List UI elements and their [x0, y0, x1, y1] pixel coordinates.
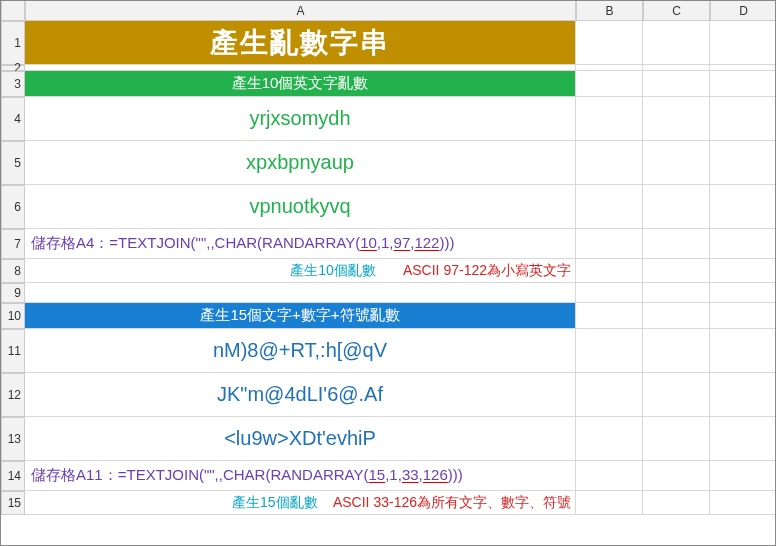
- cell-A9[interactable]: [25, 283, 576, 303]
- row-header-9[interactable]: 9: [1, 283, 25, 303]
- cell-B10[interactable]: [576, 303, 643, 329]
- cell-A8-notes[interactable]: 產生10個亂數 ASCII 97-122為小寫英文字: [25, 259, 576, 283]
- cell-A7-formula[interactable]: 儲存格A4：=TEXTJOIN("",,CHAR(RANDARRAY(10,1,…: [25, 229, 576, 259]
- cell-B13[interactable]: [576, 417, 643, 461]
- cell-D4[interactable]: [710, 97, 776, 141]
- cell-B4[interactable]: [576, 97, 643, 141]
- cell-A6[interactable]: vpnuotkyvq: [25, 185, 576, 229]
- row-header-7[interactable]: 7: [1, 229, 25, 259]
- cell-A5[interactable]: xpxbpnyaup: [25, 141, 576, 185]
- cell-C5[interactable]: [643, 141, 710, 185]
- row-header-10[interactable]: 10: [1, 303, 25, 329]
- formula1-count: 10: [360, 234, 377, 251]
- formula1-hi: 122: [414, 234, 439, 251]
- cell-D13[interactable]: [710, 417, 776, 461]
- cell-D6[interactable]: [710, 185, 776, 229]
- title-banner[interactable]: 產生亂數字串: [25, 21, 576, 65]
- col-header-D[interactable]: D: [710, 1, 776, 21]
- cell-B6[interactable]: [576, 185, 643, 229]
- cell-D14[interactable]: [710, 461, 776, 491]
- cell-C4[interactable]: [643, 97, 710, 141]
- cell-C14[interactable]: [643, 461, 710, 491]
- row-header-5[interactable]: 5: [1, 141, 25, 185]
- row-header-12[interactable]: 12: [1, 373, 25, 417]
- cell-D5[interactable]: [710, 141, 776, 185]
- cell-A12[interactable]: JK"m@4dLI'6@.Af: [25, 373, 576, 417]
- cell-C11[interactable]: [643, 329, 710, 373]
- cell-C12[interactable]: [643, 373, 710, 417]
- note2-right: ASCII 33-126為所有文字、數字、符號: [333, 494, 571, 512]
- row-header-4[interactable]: 4: [1, 97, 25, 141]
- cell-D3[interactable]: [710, 71, 776, 97]
- row-header-14[interactable]: 14: [1, 461, 25, 491]
- cell-C9[interactable]: [643, 283, 710, 303]
- cell-D8[interactable]: [710, 259, 776, 283]
- cell-C8[interactable]: [643, 259, 710, 283]
- row-header-15[interactable]: 15: [1, 491, 25, 515]
- note1-left: 產生10個亂數: [290, 262, 376, 280]
- formula1-lo: 97: [394, 234, 411, 251]
- cell-C3[interactable]: [643, 71, 710, 97]
- formula1-prefix: 儲存格A4：: [31, 234, 109, 251]
- cell-D1[interactable]: [710, 21, 776, 65]
- cell-B5[interactable]: [576, 141, 643, 185]
- cell-A15-notes[interactable]: 產生15個亂數 ASCII 33-126為所有文字、數字、符號: [25, 491, 576, 515]
- cell-B12[interactable]: [576, 373, 643, 417]
- cell-D11[interactable]: [710, 329, 776, 373]
- formula2-count: 15: [369, 466, 386, 483]
- cell-D10[interactable]: [710, 303, 776, 329]
- row-header-3[interactable]: 3: [1, 71, 25, 97]
- section1-header[interactable]: 產生10個英文字亂數: [25, 71, 576, 97]
- row-header-6[interactable]: 6: [1, 185, 25, 229]
- cell-B11[interactable]: [576, 329, 643, 373]
- formula2-body: =TEXTJOIN("",,CHAR(RANDARRAY(: [118, 466, 369, 483]
- spreadsheet-grid[interactable]: A B C D 1 產生亂數字串 2 3 產生10個英文字亂數 4 yrjxso…: [1, 1, 776, 515]
- cell-A11[interactable]: nM)8@+RT,:h[@qV: [25, 329, 576, 373]
- cell-B9[interactable]: [576, 283, 643, 303]
- cell-C6[interactable]: [643, 185, 710, 229]
- cell-C13[interactable]: [643, 417, 710, 461]
- cell-C1[interactable]: [643, 21, 710, 65]
- col-header-B[interactable]: B: [576, 1, 643, 21]
- cell-B14[interactable]: [576, 461, 643, 491]
- cell-B7[interactable]: [576, 229, 643, 259]
- formula2-hi: 126: [423, 466, 448, 483]
- formula2-prefix: 儲存格A11：: [31, 466, 118, 483]
- cell-B15[interactable]: [576, 491, 643, 515]
- note2-left: 產生15個亂數: [232, 494, 318, 512]
- cell-B8[interactable]: [576, 259, 643, 283]
- cell-A14-formula[interactable]: 儲存格A11：=TEXTJOIN("",,CHAR(RANDARRAY(15,1…: [25, 461, 576, 491]
- row-header-1[interactable]: 1: [1, 21, 25, 65]
- formula2-lo: 33: [402, 466, 419, 483]
- cell-A13[interactable]: <lu9w>XDt'evhiP: [25, 417, 576, 461]
- formula1-body: =TEXTJOIN("",,CHAR(RANDARRAY(: [109, 234, 360, 251]
- col-header-C[interactable]: C: [643, 1, 710, 21]
- select-all-corner[interactable]: [1, 1, 25, 21]
- cell-A4[interactable]: yrjxsomydh: [25, 97, 576, 141]
- cell-B1[interactable]: [576, 21, 643, 65]
- cell-D15[interactable]: [710, 491, 776, 515]
- row-header-13[interactable]: 13: [1, 417, 25, 461]
- cell-C10[interactable]: [643, 303, 710, 329]
- cell-D7[interactable]: [710, 229, 776, 259]
- row-header-11[interactable]: 11: [1, 329, 25, 373]
- cell-B3[interactable]: [576, 71, 643, 97]
- row-header-8[interactable]: 8: [1, 259, 25, 283]
- col-header-A[interactable]: A: [25, 1, 576, 21]
- cell-C15[interactable]: [643, 491, 710, 515]
- cell-D9[interactable]: [710, 283, 776, 303]
- section2-header[interactable]: 產生15個文字+數字+符號亂數: [25, 303, 576, 329]
- cell-C7[interactable]: [643, 229, 710, 259]
- note1-right: ASCII 97-122為小寫英文字: [403, 262, 571, 280]
- cell-D12[interactable]: [710, 373, 776, 417]
